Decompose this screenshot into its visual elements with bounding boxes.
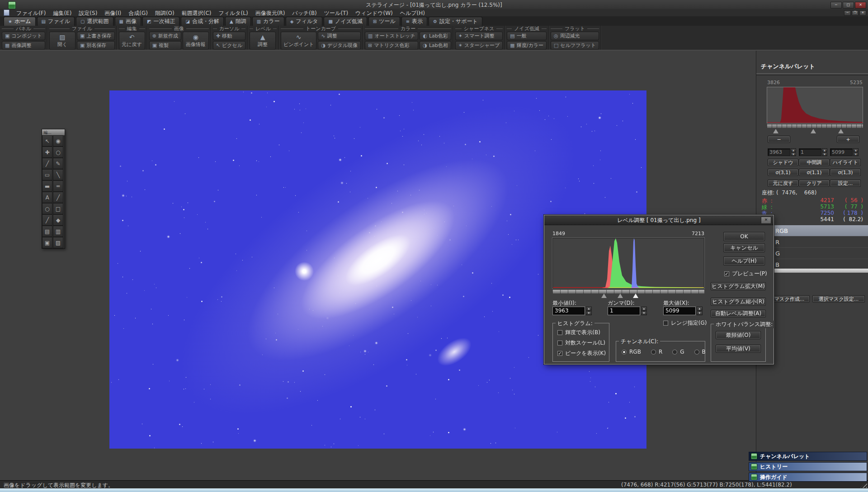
new-image-button[interactable]: ⊕新規作成 [149,32,181,40]
radio-icon[interactable] [694,350,699,355]
checkbox-icon[interactable] [557,330,562,335]
line-tool[interactable]: ╱ [42,158,52,169]
menu-item-4[interactable]: 合成(G) [125,10,151,16]
matrix-color-button[interactable]: ⊞マトリクス色彩 [365,41,418,50]
composite-button[interactable]: ▣コンポジット [2,32,45,40]
panel-clear-button[interactable]: クリア [799,180,830,187]
tab-tool[interactable]: ⊞ツール [368,17,400,26]
menu-item-12[interactable]: ヘルプ(H) [396,10,429,16]
spinner[interactable]: ▲▼ [853,148,859,156]
channel-radio-G[interactable]: G [672,349,684,355]
save-as-button[interactable]: ▣別名保存 [77,41,115,50]
level-adjust-button[interactable]: ▲調整 [250,32,276,50]
close-button[interactable]: ✕ [855,2,866,9]
ok-button[interactable]: OK [723,232,765,241]
dialog-shadow-marker[interactable] [601,293,607,298]
select-arrow-tool[interactable]: ↖ [42,135,52,147]
shadow-button[interactable]: シャドウ [768,159,798,166]
spinner[interactable]: ▲▼ [822,148,827,156]
panel-midtone-marker[interactable] [811,129,816,133]
maximize-button[interactable]: □ [843,2,854,9]
tool-palette-title[interactable]: 編... [42,129,65,135]
menu-item-5[interactable]: 階調(O) [151,10,178,16]
dialog-level-ruler[interactable] [552,290,704,293]
channel-radio-R[interactable]: R [651,349,662,355]
move-button[interactable]: ✚移動 [213,32,245,40]
range-checkbox[interactable]: レンジ指定(G) [663,319,707,327]
tab-home[interactable]: ★ホーム [4,17,36,26]
menu-item-3[interactable]: 画像(I) [101,10,125,16]
zoom-tool[interactable]: ○ [53,147,63,158]
level-adjust-dialog[interactable]: レベル調整 [ 01撮って出し.png ] ✕ 1849 7213 最小値(I)… [544,215,774,364]
rotate-view-tool[interactable]: ◉ [53,135,63,147]
dialog-highlight-marker[interactable] [633,293,638,298]
checkbox-checked-icon[interactable]: ✓ [557,351,562,356]
menu-item-8[interactable]: 画像復元(R) [252,10,289,16]
panel-reset-button[interactable]: 元に戻す [768,180,798,187]
smart-adjust-button[interactable]: ✦スマート調整 [455,32,503,40]
nr-general-button[interactable]: ▤一般 [507,32,547,40]
panel-tab-guide[interactable]: 操作ガイド [749,473,867,482]
menu-item-0[interactable]: ファイル(F) [13,10,49,16]
ruler-tool[interactable]: ▤ [42,226,52,237]
show-peak-checkbox[interactable]: ✓ ピークを表示(K) [557,350,606,357]
panel-tab-history[interactable]: ヒストリー [749,462,867,471]
tab-file[interactable]: ▤ファイル [37,17,75,26]
ellipse-tool[interactable]: ○ [42,203,52,214]
tool-palette[interactable]: 編... ↖◉✚○╱✎▭╲▬═A╱○□╱◆▤▥▣▨ [42,129,65,249]
panel-histogram[interactable] [767,87,863,123]
tab-view[interactable]: ≡表示 [401,17,427,26]
self-flat-button[interactable]: □セルフフラット [551,41,599,50]
selection-mask-set-button[interactable]: 選択マスク設定... [812,295,865,303]
document-icon[interactable] [4,9,9,16]
sigma-1-1-button[interactable]: σ(1,1) [799,169,830,176]
help-button[interactable]: ヘルプ(H) [723,256,765,265]
wb-mode-button[interactable]: 最頻値(O) [716,331,761,339]
panel-highlight-field[interactable]: 5099 ▲▼ [830,148,859,156]
tab-primary-correction[interactable]: ◩一次補正 [142,17,179,26]
path-tool[interactable]: ╱ [42,214,52,226]
dialog-histogram[interactable] [552,238,704,289]
sigma-1-3-button[interactable]: σ(1,3) [830,169,861,176]
max-value-field[interactable]: 5099 ▲▼ [663,307,703,315]
radio-icon[interactable] [672,350,677,355]
menu-item-9[interactable]: バッチ(B) [288,10,320,16]
eyedropper-tool[interactable]: ◆ [53,214,63,226]
channel-radio-B[interactable]: B [694,349,706,355]
menu-item-2[interactable]: 設定(S) [75,10,101,16]
sigma-3-1-button[interactable]: σ(3,1) [768,169,798,176]
undo-button[interactable]: ↶元に戻す [119,32,145,50]
image-info-button[interactable]: ◉画像情報 [183,32,209,50]
menu-item-6[interactable]: 範囲選択(C) [178,10,215,16]
auto-stretch-button[interactable]: ▥オートストレッチ [365,32,418,40]
mdi-restore-button[interactable]: ❐ [852,10,859,16]
gamma-field[interactable]: 1 ▲▼ [608,307,647,315]
panel-minus-button[interactable]: − [768,136,790,143]
checkbox-icon[interactable] [663,321,668,326]
tab-noise-reduction[interactable]: ▩ノイズ低減 [324,17,367,26]
wb-average-button[interactable]: 平均値(V) [716,345,761,353]
auto-level-button[interactable]: 自動レベル調整(A) [711,310,766,317]
panel-level-ruler[interactable] [767,124,863,128]
panel-tab-channel-palette[interactable]: チャンネルパレット [749,452,867,461]
spinner[interactable]: ▲▼ [697,307,703,315]
menu-item-10[interactable]: ツール(T) [321,10,352,16]
panel-settings-button[interactable]: 設定... [830,180,861,187]
panel-shadow-field[interactable]: 3963 ▲▼ [768,148,796,156]
tab-settings-support[interactable]: ⚙設定・サポート [429,17,482,26]
tab-compose-decompose[interactable]: ◪合成・分解 [181,17,223,26]
diagonal-tool[interactable]: ╱ [53,192,63,203]
dialog-title-bar[interactable]: レベル調整 [ 01撮って出し.png ] ✕ [544,215,774,225]
brush-tool[interactable]: ▬ [42,180,52,192]
pixel-button[interactable]: ↖ピクセル [213,41,245,50]
highlight-button[interactable]: ハイライト [830,159,861,166]
midtone-button[interactable]: 中間調 [799,159,830,166]
dialog-midtone-marker[interactable] [618,293,623,298]
tab-color[interactable]: ▥カラー [252,17,284,26]
panel-shadow-marker[interactable] [773,129,778,133]
star-sharp-button[interactable]: ✶スターシャープ [455,41,503,50]
menu-item-7[interactable]: フィルタ(L) [215,10,251,16]
luminance-display-checkbox[interactable]: 輝度で表示(B) [557,329,600,336]
spinner[interactable]: ▲▼ [791,148,796,156]
dialog-close-icon[interactable]: ✕ [761,217,771,224]
